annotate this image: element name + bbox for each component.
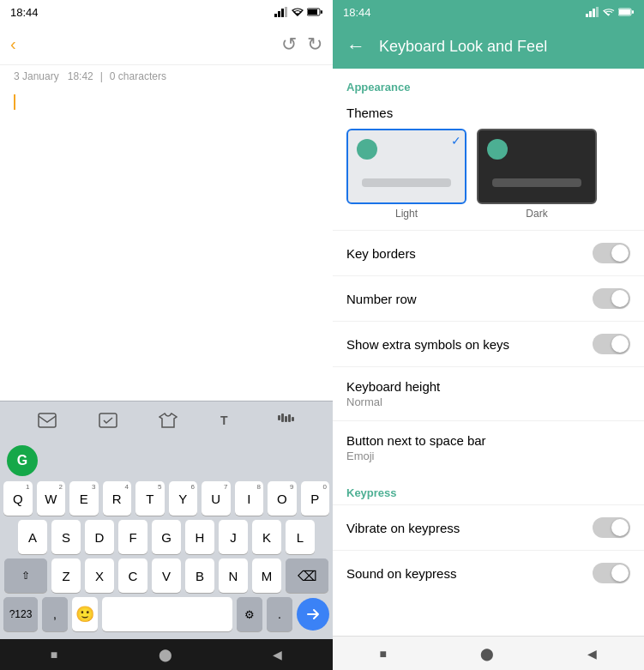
period-key[interactable]: . <box>267 597 292 631</box>
appearance-header: Appearance <box>333 69 644 99</box>
svg-rect-14 <box>292 417 294 421</box>
text-icon[interactable]: T <box>219 413 234 428</box>
keyboard-toolbar: T <box>0 401 333 438</box>
back-button[interactable]: ‹ <box>10 34 16 54</box>
voice-icon[interactable] <box>276 413 295 428</box>
key-m[interactable]: M <box>252 558 281 593</box>
key-s[interactable]: S <box>51 520 81 554</box>
email-icon[interactable] <box>38 413 57 428</box>
key-z[interactable]: Z <box>51 558 81 593</box>
signal-icon-right <box>586 7 599 17</box>
key-w[interactable]: 2W <box>37 481 66 516</box>
nav-square-right[interactable]: ■ <box>380 647 387 661</box>
right-panel: 18:44 ← Keyboard Look and Feel <box>333 0 644 670</box>
key-f[interactable]: F <box>118 520 147 554</box>
grammarly-button[interactable]: G <box>7 445 38 476</box>
status-icons-right <box>586 7 634 17</box>
svg-rect-12 <box>285 416 287 422</box>
theme-bar-dark <box>492 178 581 187</box>
key-h[interactable]: H <box>185 520 214 554</box>
key-n[interactable]: N <box>219 558 248 593</box>
nav-circle-left[interactable]: ⬤ <box>159 648 172 661</box>
svg-rect-21 <box>632 10 634 14</box>
key-o[interactable]: 9O <box>268 481 297 516</box>
key-b[interactable]: B <box>185 558 214 593</box>
left-panel: 18:44 ‹ ↺ ↻ <box>0 0 333 670</box>
key-y[interactable]: 6Y <box>169 481 198 516</box>
key-row-2: A S D F G H J K L <box>3 520 329 554</box>
svg-rect-5 <box>308 9 317 15</box>
theme-name-light: Light <box>395 208 418 220</box>
key-d[interactable]: D <box>85 520 114 554</box>
setting-key-borders: Key borders <box>333 230 644 275</box>
svg-rect-11 <box>281 413 284 422</box>
redo-button[interactable]: ↻ <box>307 33 322 56</box>
undo-button[interactable]: ↺ <box>281 33 297 56</box>
key-a[interactable]: A <box>18 520 47 554</box>
shirt-icon[interactable] <box>159 413 178 428</box>
space-key[interactable] <box>102 597 232 631</box>
key-l[interactable]: L <box>286 520 315 554</box>
keypress-header: Keypress <box>333 474 644 504</box>
shift-key[interactable]: ⇧ <box>4 558 47 593</box>
send-icon <box>305 607 321 622</box>
theme-bar-light <box>362 178 451 187</box>
key-g[interactable]: G <box>152 520 181 554</box>
status-time-right: 18:44 <box>343 6 371 19</box>
sound-toggle[interactable] <box>593 563 630 583</box>
nav-back-right[interactable]: ◀ <box>587 647 597 661</box>
key-v[interactable]: V <box>152 558 181 593</box>
key-p[interactable]: 0P <box>301 481 330 516</box>
send-key[interactable] <box>297 598 329 631</box>
key-q[interactable]: 1Q <box>3 481 33 516</box>
back-button-right[interactable]: ← <box>346 35 365 57</box>
app-bar: ← Keyboard Look and Feel <box>333 24 644 69</box>
extra-symbols-label: Show extra symbols on keys <box>346 337 509 352</box>
theme-light[interactable]: ✓ Light <box>346 129 466 220</box>
theme-dark[interactable]: Dark <box>477 129 597 220</box>
wifi-icon-right <box>603 8 615 17</box>
nav-back-left[interactable]: ◀ <box>273 648 282 661</box>
svg-rect-15 <box>586 14 588 17</box>
number-row-toggle[interactable] <box>593 288 630 309</box>
key-c[interactable]: C <box>118 558 147 593</box>
theme-dot-light <box>357 139 377 160</box>
setting-info-number-row: Number row <box>346 292 417 306</box>
key-j[interactable]: J <box>219 520 248 554</box>
svg-rect-13 <box>288 414 291 422</box>
theme-preview-dark <box>477 129 597 204</box>
key-e[interactable]: 3E <box>69 481 99 516</box>
setting-info-vibrate: Vibrate on keypress <box>346 521 460 535</box>
nav-square-left[interactable]: ■ <box>51 648 57 661</box>
emoji-key[interactable]: 🙂 <box>72 597 98 631</box>
numbers-key[interactable]: ?123 <box>3 597 38 631</box>
key-borders-toggle[interactable] <box>593 243 630 263</box>
setting-info-key-borders: Key borders <box>346 246 416 261</box>
note-date: 3 January 18:42 <box>14 70 93 82</box>
nav-circle-right[interactable]: ⬤ <box>480 647 494 661</box>
extra-symbols-toggle[interactable] <box>593 334 630 354</box>
setting-vibrate: Vibrate on keypress <box>333 504 644 550</box>
svg-rect-2 <box>281 9 284 17</box>
delete-key[interactable]: ⌫ <box>286 558 328 593</box>
number-row-label: Number row <box>346 292 417 306</box>
key-i[interactable]: 8I <box>235 481 264 516</box>
key-k[interactable]: K <box>252 520 281 554</box>
setting-space-bar-button[interactable]: Button next to space bar Emoji <box>333 420 644 474</box>
key-t[interactable]: 5T <box>135 481 165 516</box>
key-x[interactable]: X <box>85 558 114 593</box>
key-r[interactable]: 4R <box>103 481 132 516</box>
key-u[interactable]: 7U <box>202 481 231 516</box>
keyboard-area: G 1Q 2W 3E 4R 5T 6Y 7U 8I 9O 0P A S D F … <box>0 438 333 639</box>
vibrate-toggle[interactable] <box>593 517 630 538</box>
settings-icon-key[interactable]: ⚙ <box>237 597 262 631</box>
svg-text:T: T <box>220 413 228 427</box>
setting-keyboard-height[interactable]: Keyboard height Normal <box>333 366 644 420</box>
setting-extra-symbols: Show extra symbols on keys <box>333 321 644 366</box>
check-icon[interactable] <box>99 413 117 428</box>
key-row-3: ⇧ Z X C V B N M ⌫ <box>3 558 329 593</box>
note-content-area[interactable] <box>0 88 333 401</box>
setting-info-extra-symbols: Show extra symbols on keys <box>346 337 509 352</box>
theme-name-dark: Dark <box>526 208 547 220</box>
comma-key[interactable]: , <box>42 597 68 631</box>
